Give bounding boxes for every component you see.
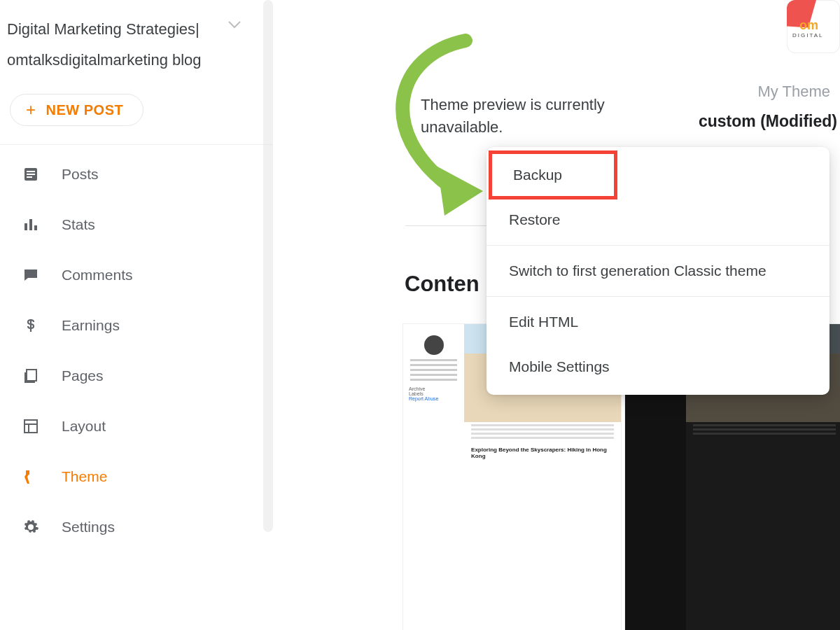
sidebar-item-label: Layout <box>62 418 106 435</box>
menu-separator <box>486 296 830 297</box>
new-post-button[interactable]: + NEW POST <box>10 94 144 126</box>
svg-rect-2 <box>27 174 35 175</box>
my-theme-caption: My Theme <box>757 83 830 101</box>
sidebar-item-label: Comments <box>62 267 133 284</box>
svg-rect-1 <box>27 171 35 172</box>
sidebar-item-label: Pages <box>62 368 104 384</box>
menu-item-switch-classic[interactable]: Switch to first generation Classic theme <box>486 248 830 293</box>
sidebar-item-stats[interactable]: Stats <box>0 200 273 250</box>
sidebar-item-earnings[interactable]: Earnings <box>0 300 273 351</box>
blog-selector[interactable]: Digital Marketing Strategies| omtalksdig… <box>0 8 273 81</box>
plus-icon: + <box>26 102 36 118</box>
section-heading: Conten <box>405 272 479 297</box>
earnings-icon <box>21 316 41 335</box>
layout-icon <box>21 416 41 436</box>
menu-item-backup[interactable]: Backup <box>491 153 615 197</box>
svg-rect-3 <box>27 176 32 178</box>
svg-rect-6 <box>34 225 37 230</box>
theme-preview-unavailable: Theme preview is currently unavailable. <box>421 94 645 139</box>
thumb-report-label: Report Abuse <box>409 396 458 401</box>
posts-icon <box>21 164 41 184</box>
theme-icon <box>21 467 41 486</box>
svg-rect-4 <box>24 223 27 230</box>
blog-title: Digital Marketing Strategies| omtalksdig… <box>7 14 256 76</box>
thumb-labels-label: Labels <box>409 391 458 396</box>
svg-rect-5 <box>29 219 32 230</box>
sidebar-item-label: Stats <box>62 216 95 233</box>
main-content: om DIGITAL My Theme custom (Modified) Th… <box>290 0 840 630</box>
svg-rect-7 <box>27 370 36 381</box>
menu-separator <box>486 245 830 246</box>
sidebar-item-comments[interactable]: Comments <box>0 250 273 300</box>
sidebar-item-label: Settings <box>62 519 115 536</box>
sidebar-item-posts[interactable]: Posts <box>0 149 273 200</box>
sidebar: Digital Marketing Strategies| omtalksdig… <box>0 0 273 630</box>
sidebar-item-label: Theme <box>62 468 107 485</box>
comments-icon <box>21 265 41 285</box>
sidebar-item-pages[interactable]: Pages <box>0 351 273 401</box>
sidebar-nav: Posts Stats Comments Earnings Pages <box>0 149 273 552</box>
menu-item-restore[interactable]: Restore <box>486 197 830 242</box>
sidebar-item-label: Posts <box>62 166 99 183</box>
sidebar-item-theme[interactable]: Theme <box>0 451 273 502</box>
thumb-archive-label: Archive <box>409 386 458 391</box>
sidebar-item-label: Earnings <box>62 317 120 334</box>
menu-item-mobile-settings[interactable]: Mobile Settings <box>486 344 830 389</box>
pages-icon <box>21 366 41 386</box>
settings-icon <box>21 517 41 537</box>
menu-item-edit-html[interactable]: Edit HTML <box>486 300 830 344</box>
thumb-post-title: Exploring Beyond the Skyscrapers: Hiking… <box>464 441 621 461</box>
brand-mark: om <box>799 18 818 33</box>
my-theme-name: custom (Modified) <box>699 112 837 131</box>
new-post-label: NEW POST <box>46 102 124 118</box>
sidebar-item-layout[interactable]: Layout <box>0 401 273 451</box>
caret-down-icon <box>228 20 241 32</box>
sidebar-item-settings[interactable]: Settings <box>0 502 273 552</box>
sidebar-divider <box>0 144 273 145</box>
theme-options-menu: Backup Restore Switch to first generatio… <box>486 147 830 395</box>
brand-subtext: DIGITAL <box>792 32 824 38</box>
stats-icon <box>21 215 41 234</box>
brand-logo: om DIGITAL <box>787 0 840 53</box>
svg-rect-8 <box>24 420 37 433</box>
